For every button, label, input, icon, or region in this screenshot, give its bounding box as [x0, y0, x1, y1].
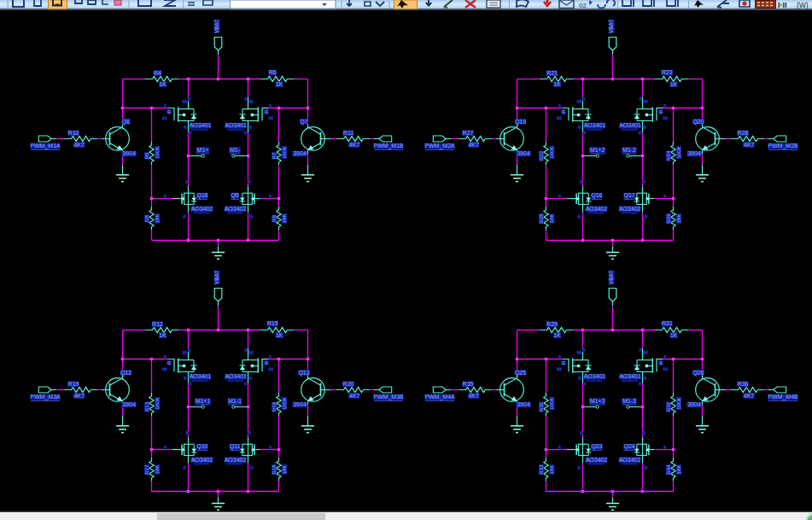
svg-text:3904: 3904	[517, 150, 530, 156]
svg-text:G: G	[167, 360, 171, 365]
svg-text:3904: 3904	[122, 401, 136, 407]
svg-text:R21: R21	[546, 70, 558, 76]
svg-text:Q18: Q18	[196, 192, 207, 199]
svg-text:PWM_M3B: PWM_M3B	[373, 394, 404, 400]
svg-text:AO3402: AO3402	[225, 457, 247, 463]
svg-text:R35: R35	[463, 381, 474, 387]
svg-text:AO3402: AO3402	[619, 206, 641, 212]
svg-text:R33: R33	[538, 464, 544, 475]
svg-text:AO3402: AO3402	[191, 457, 213, 463]
svg-text:D: D	[249, 376, 252, 380]
svg-text:S1: S1	[183, 99, 188, 103]
svg-text:3904: 3904	[687, 401, 701, 407]
svg-text:Q11: Q11	[230, 443, 241, 450]
svg-text:R10: R10	[68, 130, 79, 136]
svg-text:R17: R17	[143, 464, 149, 475]
svg-text:R26: R26	[665, 213, 671, 224]
svg-text:3904: 3904	[687, 150, 701, 156]
svg-text:18K: 18K	[675, 464, 681, 475]
svg-text:I·II: I·II	[778, 1, 787, 9]
svg-text:AO3402: AO3402	[225, 206, 247, 212]
svg-text:D: D	[184, 125, 186, 129]
svg-text:18K: 18K	[281, 213, 287, 224]
svg-text:D: D	[644, 376, 646, 380]
svg-text:R24: R24	[665, 150, 671, 161]
svg-text:S1: S1	[248, 99, 254, 103]
svg-text:18K: 18K	[281, 464, 287, 475]
svg-text:D1: D1	[557, 367, 562, 371]
svg-text:VBAT: VBAT	[608, 20, 614, 34]
svg-text:R23: R23	[662, 69, 673, 75]
svg-text:1K: 1K	[159, 81, 166, 87]
svg-text:G: G	[659, 360, 663, 365]
svg-text:M1-2: M1-2	[622, 147, 636, 153]
svg-text:S1: S1	[643, 99, 648, 103]
svg-text:PWM_M2B: PWM_M2B	[768, 143, 798, 149]
svg-text:AO3401: AO3401	[584, 373, 606, 379]
svg-text:18K: 18K	[548, 213, 554, 224]
svg-text:1K: 1K	[553, 81, 561, 87]
svg-text:D1: D1	[269, 367, 274, 371]
svg-text:R36: R36	[738, 381, 749, 387]
svg-text:18K: 18K	[154, 464, 160, 475]
svg-text:4K7: 4K7	[468, 142, 479, 148]
svg-text:AO3402: AO3402	[586, 457, 608, 463]
svg-text:AO3401: AO3401	[190, 122, 212, 128]
svg-text:100K: 100K	[675, 145, 681, 158]
svg-text:Q10: Q10	[196, 443, 207, 450]
svg-text:Q7: Q7	[300, 119, 307, 126]
svg-text:(W): (W)	[797, 1, 809, 9]
svg-text:PWM_M4A: PWM_M4A	[424, 394, 455, 400]
svg-text:D1: D1	[162, 116, 167, 120]
svg-text:Q19: Q19	[515, 119, 526, 126]
svg-text:100K: 100K	[548, 145, 554, 158]
svg-text:R34: R34	[665, 464, 671, 475]
svg-text:Q12: Q12	[120, 370, 131, 377]
svg-text:Q25: Q25	[515, 370, 526, 377]
svg-text:R30: R30	[538, 401, 544, 412]
svg-text:D1: D1	[663, 367, 669, 371]
svg-text:4K7: 4K7	[349, 393, 360, 399]
svg-text:18K: 18K	[548, 464, 554, 475]
svg-text:R15: R15	[267, 320, 278, 326]
svg-text:R22: R22	[538, 150, 544, 161]
svg-text:R28: R28	[738, 130, 749, 136]
svg-text:Q17: Q17	[623, 192, 634, 199]
svg-text:R12: R12	[152, 321, 163, 327]
svg-text:G: G	[659, 109, 663, 114]
svg-text:4K7: 4K7	[744, 142, 755, 148]
svg-text:M1+1: M1+1	[196, 398, 211, 404]
svg-text:R18: R18	[271, 464, 277, 475]
svg-text:M1+2: M1+2	[590, 147, 605, 153]
svg-text:AO3401: AO3401	[190, 373, 212, 379]
svg-text:3904: 3904	[293, 150, 307, 156]
svg-text:R20: R20	[343, 381, 354, 387]
svg-text:D1: D1	[269, 116, 274, 120]
svg-text:R11: R11	[343, 130, 353, 136]
svg-text:S1: S1	[643, 350, 648, 354]
svg-text:4K7: 4K7	[744, 393, 755, 399]
svg-text:D: D	[644, 125, 646, 129]
svg-text:18K: 18K	[675, 213, 681, 224]
svg-text:PWM_M3A: PWM_M3A	[30, 394, 61, 400]
svg-text:VBAT: VBAT	[213, 20, 219, 34]
svg-text:R8: R8	[143, 214, 149, 221]
svg-text:R6: R6	[269, 69, 277, 75]
svg-text:R13: R13	[143, 401, 149, 412]
svg-text:R16: R16	[271, 401, 277, 412]
svg-text:AO3401: AO3401	[584, 122, 606, 128]
svg-text:M1+: M1+	[197, 147, 209, 153]
svg-text:D1: D1	[557, 116, 562, 120]
svg-text:G: G	[265, 360, 268, 365]
svg-text:100K: 100K	[281, 396, 287, 409]
svg-text:100K: 100K	[154, 145, 160, 158]
svg-text:100K: 100K	[548, 396, 554, 409]
svg-text:M1-: M1-	[230, 147, 241, 153]
svg-text:1K: 1K	[276, 332, 283, 338]
svg-text:AO3401: AO3401	[225, 373, 247, 379]
svg-text:18K: 18K	[154, 213, 160, 224]
svg-text:Q13: Q13	[298, 370, 309, 377]
svg-text:AO3402: AO3402	[586, 206, 608, 212]
svg-text:R25: R25	[538, 213, 544, 224]
svg-text:G: G	[265, 109, 268, 114]
